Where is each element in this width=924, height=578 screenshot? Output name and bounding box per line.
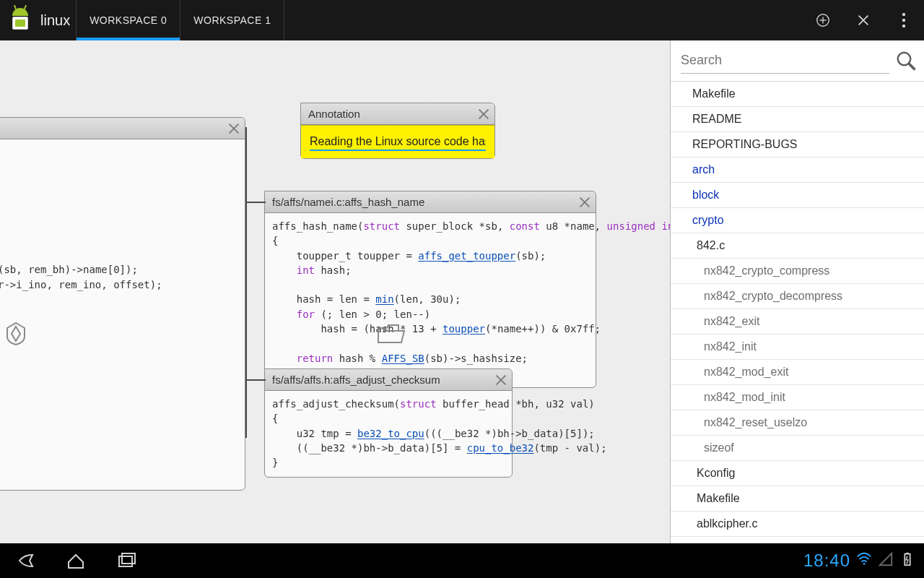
workspace-canvas[interactable]: iffer_head *rem_bh) , rem_bh)->name+1, A… (0, 40, 670, 543)
svg-rect-16 (122, 553, 135, 564)
file-list-item[interactable]: Makefile (671, 82, 924, 107)
code-panel-left[interactable]: iffer_head *rem_bh) , rem_bh)->name+1, A… (0, 117, 245, 491)
open-folder-icon[interactable] (377, 322, 406, 345)
svg-rect-19 (906, 553, 909, 554)
app-icon[interactable] (0, 0, 40, 40)
panel-title: fs/affs/namei.c:affs_hash_name (272, 196, 424, 208)
file-list-item[interactable]: block (671, 183, 924, 208)
file-list-item[interactable]: nx842_exit (671, 309, 924, 335)
file-list-item[interactable]: sizeof (671, 436, 924, 461)
android-icon (6, 7, 34, 34)
panel-close-button[interactable] (577, 194, 593, 210)
panel-titlebar[interactable]: fs/affs/namei.c:affs_hash_name (265, 191, 596, 213)
file-browser-sidebar: MakefileREADMEREPORTING-BUGSarchblockcry… (670, 40, 924, 543)
file-list-item[interactable]: crypto (671, 208, 924, 233)
home-icon (66, 551, 86, 571)
file-list-item[interactable]: nx842_crypto_compress (671, 259, 924, 284)
tab-workspace-1[interactable]: WORKSPACE 1 (180, 0, 284, 40)
code-panel-hash-name[interactable]: fs/affs/namei.c:affs_hash_name affs_hash… (264, 191, 596, 388)
close-icon (476, 106, 492, 122)
panel-titlebar[interactable]: fs/affs/affs.h:affs_adjust_checksum (265, 369, 512, 391)
panel-close-button[interactable] (493, 372, 509, 388)
plus-circle-icon (815, 12, 831, 28)
recents-icon (116, 551, 136, 571)
back-icon (15, 551, 35, 571)
home-button[interactable] (51, 543, 101, 578)
close-button[interactable] (843, 0, 884, 40)
top-action-bar: linux WORKSPACE 0 WORKSPACE 1 (0, 0, 924, 40)
code-panel-adjust-checksum[interactable]: fs/affs/affs.h:affs_adjust_checksum affs… (264, 368, 513, 478)
symbol-link[interactable]: be32_to_cpu (357, 428, 424, 439)
add-button[interactable] (803, 0, 843, 40)
back-button[interactable] (0, 543, 51, 578)
app-title: linux (40, 0, 77, 40)
panel-titlebar[interactable]: Annotation (301, 103, 494, 125)
symbol-link[interactable]: AFFS_SB (382, 353, 424, 364)
navigation-compass-icon[interactable] (3, 321, 29, 347)
tab-workspace-0[interactable]: WORKSPACE 0 (77, 0, 180, 40)
status-clock[interactable]: 18:40 (803, 551, 850, 571)
file-list-item[interactable]: nx842_reset_uselzo (671, 410, 924, 436)
signal-icon[interactable] (878, 551, 894, 570)
file-list-item[interactable]: README (671, 107, 924, 132)
code-body: affs_hash_name(struct super_block *sb, c… (265, 213, 596, 387)
svg-rect-15 (119, 556, 132, 566)
overflow-icon (902, 13, 905, 27)
file-list[interactable]: MakefileREADMEREPORTING-BUGSarchblockcry… (671, 81, 924, 543)
navigation-bar: 18:40 (0, 543, 924, 578)
file-list-item[interactable]: nx842_crypto_decompress (671, 284, 924, 309)
wifi-icon[interactable] (856, 551, 872, 570)
close-icon (226, 121, 242, 137)
svg-point-17 (863, 563, 866, 565)
symbol-link[interactable]: min (375, 293, 393, 305)
panel-close-button[interactable] (476, 106, 492, 122)
tree-connector (245, 127, 247, 438)
panel-close-button[interactable] (226, 121, 242, 137)
svg-line-14 (909, 64, 915, 70)
file-list-item[interactable]: Kconfig (671, 461, 924, 486)
tree-connector (245, 379, 266, 381)
annotation-input[interactable] (310, 135, 486, 151)
search-row (671, 40, 924, 81)
annotation-panel[interactable]: Annotation (300, 103, 495, 159)
search-icon (895, 50, 917, 72)
search-button[interactable] (895, 50, 917, 72)
symbol-link[interactable]: cpu_to_be32 (467, 442, 534, 454)
symbol-link[interactable]: toupper (443, 323, 485, 335)
close-icon (493, 372, 509, 388)
file-list-item[interactable]: nx842_mod_exit (671, 360, 924, 385)
file-list-item[interactable]: ablkcipher.c (671, 512, 924, 537)
file-list-item[interactable]: REPORTING-BUGS (671, 132, 924, 158)
code-body: iffer_head *rem_bh) , rem_bh)->name+1, A… (0, 139, 245, 490)
symbol-link[interactable]: affs_get_toupper (418, 250, 515, 262)
panel-titlebar[interactable] (0, 118, 245, 139)
overflow-menu-button[interactable] (884, 0, 924, 40)
file-list-item[interactable]: Makefile (671, 486, 924, 512)
tree-connector (245, 202, 266, 203)
close-icon (577, 194, 593, 210)
file-list-item[interactable]: nx842_mod_init (671, 385, 924, 410)
file-list-item[interactable]: nx842_init (671, 335, 924, 360)
recents-button[interactable] (101, 543, 152, 578)
file-list-item[interactable]: arch (671, 158, 924, 183)
code-body: affs_adjust_checksum(struct buffer_head … (265, 391, 512, 477)
annotation-body (301, 125, 494, 158)
panel-title: fs/affs/affs.h:affs_adjust_checksum (272, 374, 440, 386)
file-list-item[interactable]: 842.c (671, 233, 924, 259)
panel-title: Annotation (308, 108, 360, 120)
battery-icon[interactable] (899, 551, 915, 570)
close-icon (855, 12, 871, 28)
search-input[interactable] (681, 48, 889, 74)
svg-point-13 (898, 53, 911, 66)
